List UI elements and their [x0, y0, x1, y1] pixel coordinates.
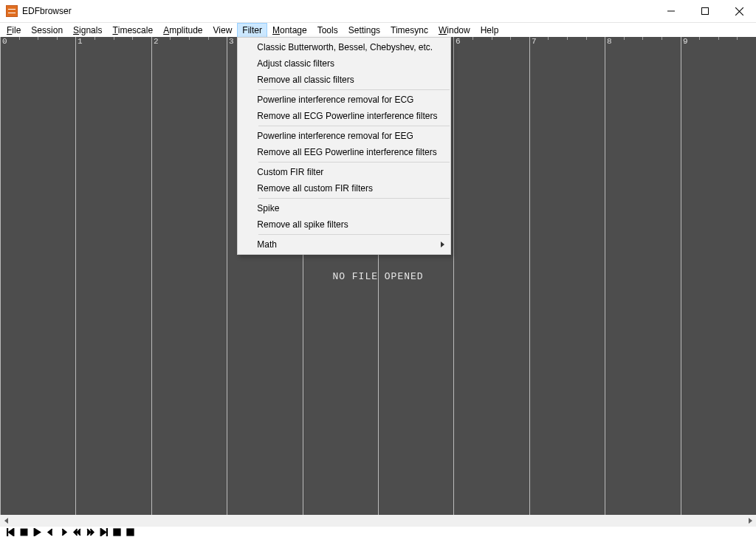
filter-menu-item[interactable]: Spike — [238, 200, 450, 216]
svg-marker-7 — [8, 528, 14, 536]
filter-menu-item[interactable]: Remove all spike filters — [238, 216, 450, 233]
gridline — [151, 37, 152, 515]
gridline — [681, 37, 681, 515]
filter-menu-item[interactable]: Remove all EEG Powerline interference fi… — [238, 144, 450, 160]
page-forward-button[interactable] — [84, 527, 96, 537]
menu-separator — [258, 162, 450, 163]
time-tick-label: 7 — [529, 37, 537, 46]
menu-view[interactable]: View — [208, 23, 238, 38]
menu-timesync[interactable]: Timesync — [385, 23, 433, 38]
svg-rect-11 — [106, 528, 108, 536]
menu-file[interactable]: File — [1, 23, 26, 38]
app-title: EDFbrowser — [22, 6, 72, 16]
svg-marker-5 — [749, 518, 752, 524]
time-tick-label: 6 — [453, 37, 461, 46]
menu-signals[interactable]: Signals — [68, 23, 107, 38]
gridline — [0, 37, 1, 515]
filter-menu-item[interactable]: Custom FIR filter — [238, 164, 450, 180]
window-minimize-button[interactable] — [654, 0, 688, 22]
gridline — [529, 37, 530, 515]
gridline — [453, 37, 454, 515]
step-back-caret-button[interactable] — [44, 527, 56, 537]
filter-menu-item[interactable]: Math — [238, 236, 450, 253]
time-tick-label: 8 — [605, 37, 612, 46]
scroll-right-button[interactable] — [743, 515, 756, 527]
menu-timescale[interactable]: Timescale — [107, 23, 158, 38]
menu-filter[interactable]: Filter — [237, 23, 267, 38]
bottom-bar — [0, 515, 756, 537]
play-button[interactable] — [31, 527, 43, 537]
filter-menu-dropdown: Classic Butterworth, Bessel, Chebyshev, … — [237, 37, 451, 255]
title-bar: EDFbrowser — [0, 0, 756, 23]
menu-amplitude[interactable]: Amplitude — [158, 23, 207, 38]
filter-menu-item[interactable]: Remove all custom FIR filters — [238, 180, 450, 196]
playback-controls — [4, 527, 136, 537]
time-tick-label: 3 — [227, 37, 234, 46]
page-back-button[interactable] — [71, 527, 83, 537]
menu-separator — [258, 89, 450, 90]
svg-rect-1 — [702, 8, 709, 15]
menu-session[interactable]: Session — [26, 23, 68, 38]
menu-tools[interactable]: Tools — [312, 23, 343, 38]
menu-bar: FileSessionSignalsTimescaleAmplitudeView… — [0, 23, 756, 38]
menu-separator — [258, 198, 450, 199]
gridline — [75, 37, 76, 515]
svg-marker-4 — [4, 518, 8, 524]
menu-separator — [258, 234, 450, 235]
menu-window[interactable]: Window — [433, 23, 475, 38]
filter-menu-item[interactable]: Remove all ECG Powerline interference fi… — [238, 108, 450, 124]
time-tick-label: 1 — [75, 37, 83, 46]
filter-menu-item[interactable]: Remove all classic filters — [238, 72, 450, 88]
menu-settings[interactable]: Settings — [343, 23, 385, 38]
svg-marker-9 — [34, 528, 41, 536]
go-to-start-button[interactable] — [4, 527, 16, 537]
menu-montage[interactable]: Montage — [267, 23, 312, 38]
filter-menu-item[interactable]: Classic Butterworth, Bessel, Chebyshev, … — [238, 39, 450, 55]
svg-marker-10 — [100, 528, 106, 536]
horizontal-scrollbar[interactable] — [0, 515, 756, 527]
svg-rect-8 — [21, 529, 27, 536]
time-tick-label: 2 — [151, 37, 159, 46]
window-maximize-button[interactable] — [688, 0, 722, 22]
gridline — [605, 37, 605, 515]
filter-menu-item[interactable]: Powerline interference removal for EEG — [238, 128, 450, 144]
submenu-arrow-icon — [441, 242, 444, 247]
zoom-in-button[interactable] — [111, 527, 123, 537]
window-close-button[interactable] — [722, 0, 756, 22]
gridline — [227, 37, 227, 515]
app-icon — [6, 5, 18, 17]
filter-menu-item[interactable]: Powerline interference removal for ECG — [238, 92, 450, 108]
menu-separator — [258, 126, 450, 126]
stop-button[interactable] — [18, 527, 30, 537]
scroll-left-button[interactable] — [0, 515, 13, 527]
filter-menu-item[interactable]: Adjust classic filters — [238, 55, 450, 72]
menu-help[interactable]: Help — [475, 23, 504, 38]
time-tick-label: 0 — [0, 37, 7, 46]
time-tick-label: 9 — [681, 37, 688, 46]
zoom-out-button[interactable] — [124, 527, 136, 537]
step-forward-caret-button[interactable] — [58, 527, 69, 537]
go-to-end-button[interactable] — [97, 527, 109, 537]
